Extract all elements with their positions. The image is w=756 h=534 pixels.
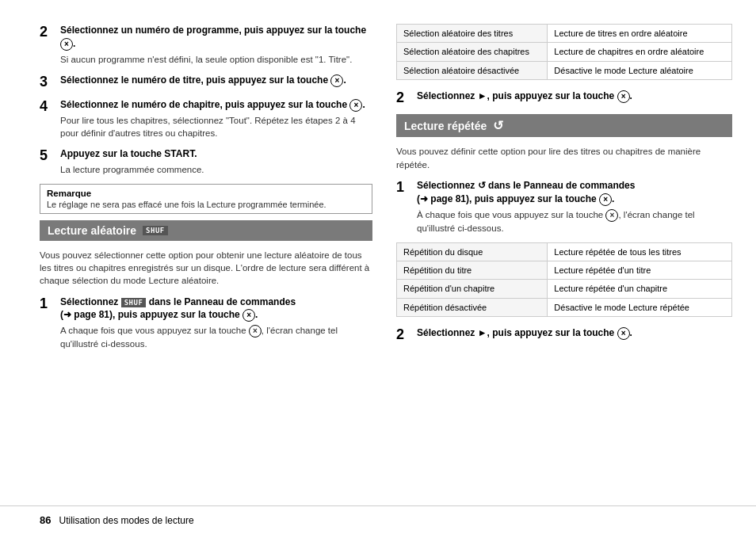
icon-x-repetee-1: × xyxy=(599,193,612,206)
table-row: Sélection aléatoire désactivéeDésactive … xyxy=(397,61,732,79)
table-row: Répétition du disqueLecture répétée de t… xyxy=(397,242,732,261)
left-column: 2 Sélectionnez un numéro de programme, p… xyxy=(40,24,372,498)
aleatoire-step-2-title: Sélectionnez ►, puis appuyez sur la touc… xyxy=(417,90,732,103)
repetee-step-number-1: 1 xyxy=(396,179,410,235)
repetee-step-1-content: Sélectionnez ↺ dans le Panneau de comman… xyxy=(417,179,732,235)
icon-x-aleatoire-2: × xyxy=(617,90,630,103)
table-repetee: Répétition du disqueLecture répétée de t… xyxy=(396,242,732,317)
section-repetee-body: Vous pouvez définir cette option pour li… xyxy=(396,145,732,170)
section-aleatoire-header: Lecture aléatoire SHUF xyxy=(40,220,372,241)
repetee-step-2-content: Sélectionnez ►, puis appuyez sur la touc… xyxy=(417,326,732,344)
icon-x-aleatoire-1: × xyxy=(242,309,255,322)
icon-x-aleatoire-1b: × xyxy=(249,325,262,338)
table-row: Répétition désactivéeDésactive le mode L… xyxy=(397,298,732,316)
aleatoire-step-1-title: Sélectionnez SHUF dans le Panneau de com… xyxy=(60,296,372,322)
table-row: Sélection aléatoire des titresLecture de… xyxy=(397,25,732,43)
icon-x-repetee-2: × xyxy=(617,327,630,340)
repetee-step-1: 1 Sélectionnez ↺ dans le Panneau de comm… xyxy=(396,179,732,235)
step-5-body: La lecture programmée commence. xyxy=(60,163,372,176)
section-repetee-header: Lecture répétée ↺ xyxy=(396,114,732,137)
table-row: Répétition du titreLecture répétée d'un … xyxy=(397,261,732,280)
icon-x-repetee-1b: × xyxy=(605,209,618,222)
shuf-badge-step1: SHUF xyxy=(121,298,147,307)
step-5-title: Appuyez sur la touche START. xyxy=(60,147,372,161)
repetee-step-1-body: À chaque fois que vous appuyez sur la to… xyxy=(417,208,732,235)
repetee-step-1-title: Sélectionnez ↺ dans le Panneau de comman… xyxy=(417,179,732,206)
step-2-title: Sélectionnez un numéro de programme, pui… xyxy=(60,24,372,51)
step-3: 3 Sélectionnez le numéro de titre, puis … xyxy=(40,74,372,91)
icon-x-step3: × xyxy=(330,74,343,87)
step-5-content: Appuyez sur la touche START. La lecture … xyxy=(60,147,372,176)
footer-text: Utilisation des modes de lecture xyxy=(59,515,193,526)
step-number-3: 3 xyxy=(40,74,54,91)
step-number-2: 2 xyxy=(40,24,54,66)
aleatoire-step-1-body: A chaque fois que vous appuyez sur la to… xyxy=(60,324,372,350)
remarque-label: Remarque xyxy=(47,189,365,198)
aleatoire-step-number-1: 1 xyxy=(40,296,54,351)
step-number-4: 4 xyxy=(40,98,54,139)
step-5: 5 Appuyez sur la touche START. La lectur… xyxy=(40,147,372,176)
step-2-body: Si aucun programme n'est défini, la seul… xyxy=(60,53,372,66)
icon-x-step2: × xyxy=(60,38,73,51)
step-4: 4 Sélectionnez le numéro de chapitre, pu… xyxy=(40,98,372,139)
table-row: Répétition d'un chapitreLecture répétée … xyxy=(397,280,732,298)
shuf-badge: SHUF xyxy=(143,226,168,235)
aleatoire-step-1: 1 Sélectionnez SHUF dans le Panneau de c… xyxy=(40,296,372,351)
content-area: 2 Sélectionnez un numéro de programme, p… xyxy=(0,0,756,505)
table-aleatoire: Sélection aléatoire des titresLecture de… xyxy=(396,24,732,80)
page: 2 Sélectionnez un numéro de programme, p… xyxy=(0,0,756,534)
icon-x-step4: × xyxy=(349,99,362,112)
repetee-step-2: 2 Sélectionnez ►, puis appuyez sur la to… xyxy=(396,326,732,344)
remarque-box: Remarque Le réglage ne sera pas effacé u… xyxy=(40,184,372,214)
step-4-content: Sélectionnez le numéro de chapitre, puis… xyxy=(60,98,372,139)
section-aleatoire-body: Vous pouvez sélectionner cette option po… xyxy=(40,249,372,287)
aleatoire-step-2-content: Sélectionnez ►, puis appuyez sur la touc… xyxy=(417,90,732,107)
aleatoire-step-1-content: Sélectionnez SHUF dans le Panneau de com… xyxy=(60,296,372,351)
table-row: Sélection aléatoire des chapitresLecture… xyxy=(397,43,732,61)
step-3-title: Sélectionnez le numéro de titre, puis ap… xyxy=(60,74,372,87)
step-2-content: Sélectionnez un numéro de programme, pui… xyxy=(60,24,372,66)
footer-page-number: 86 xyxy=(40,514,51,526)
repeat-icon-step1: ↺ xyxy=(478,179,486,193)
step-4-body: Pour lire tous les chapitres, sélectionn… xyxy=(60,114,372,139)
aleatoire-step-number-2: 2 xyxy=(396,90,410,107)
step-3-content: Sélectionnez le numéro de titre, puis ap… xyxy=(60,74,372,91)
footer: 86 Utilisation des modes de lecture xyxy=(0,505,756,534)
step-2: 2 Sélectionnez un numéro de programme, p… xyxy=(40,24,372,66)
repeat-icon: ↺ xyxy=(493,118,503,133)
remarque-text: Le réglage ne sera pas effacé une fois l… xyxy=(47,200,365,209)
aleatoire-step-2: 2 Sélectionnez ►, puis appuyez sur la to… xyxy=(396,90,732,107)
section-repetee-title: Lecture répétée xyxy=(404,120,487,132)
right-column: Sélection aléatoire des titresLecture de… xyxy=(396,24,732,498)
step-4-title: Sélectionnez le numéro de chapitre, puis… xyxy=(60,98,372,112)
repetee-step-2-title: Sélectionnez ►, puis appuyez sur la touc… xyxy=(417,326,732,340)
repetee-step-number-2: 2 xyxy=(396,326,410,344)
section-aleatoire-title: Lecture aléatoire xyxy=(48,224,136,237)
step-number-5: 5 xyxy=(40,147,54,176)
